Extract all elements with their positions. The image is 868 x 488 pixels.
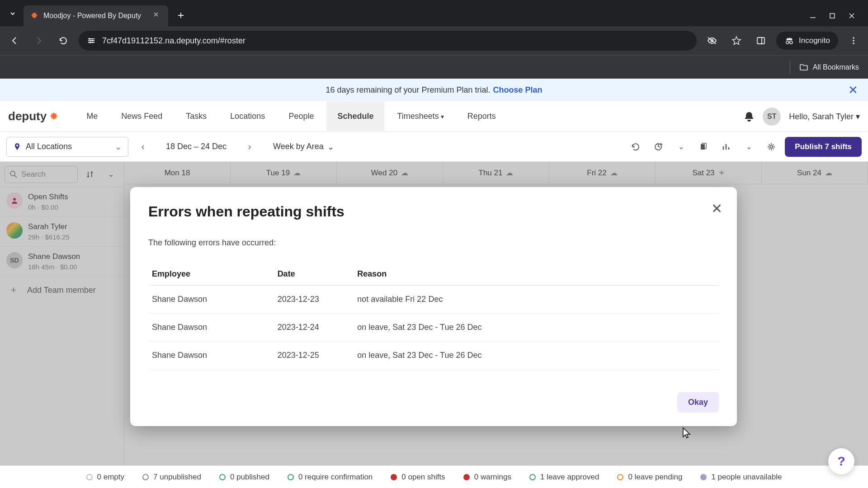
schedule-toolbar: All Locations ⌄ ‹ 18 Dec – 24 Dec › Week…	[0, 132, 868, 162]
prev-week-button[interactable]: ‹	[135, 139, 151, 155]
nav-schedule[interactable]: Schedule	[326, 102, 384, 131]
status-bar: 0 empty7 unpublished0 published0 require…	[0, 465, 868, 488]
svg-point-12	[770, 145, 773, 148]
forward-button[interactable]	[30, 32, 48, 50]
publish-button[interactable]: Publish 7 shifts	[785, 137, 862, 157]
nav-locations[interactable]: Locations	[219, 102, 276, 131]
nav-tasks[interactable]: Tasks	[175, 102, 217, 131]
trial-text: 16 days remaining of your Premium Plan t…	[326, 85, 490, 95]
logo-text: deputy	[8, 109, 47, 123]
app-header: deputy Me News Feed Tasks Locations Peop…	[0, 101, 868, 132]
auto-schedule-icon[interactable]	[649, 138, 667, 156]
maximize-button[interactable]	[829, 13, 835, 19]
copy-icon[interactable]	[694, 138, 712, 156]
svg-rect-2	[757, 38, 764, 44]
browser-tab[interactable]: Moodjoy - Powered By Deputy	[24, 5, 168, 26]
okay-button[interactable]: Okay	[677, 392, 719, 413]
nav-me[interactable]: Me	[75, 102, 108, 131]
modal-title: Errors when repeating shifts	[148, 203, 719, 220]
dropdown-icon[interactable]: ⌄	[740, 138, 758, 156]
svg-rect-0	[830, 14, 835, 18]
notifications-icon[interactable]	[744, 111, 755, 122]
location-label: All Locations	[26, 142, 72, 151]
tab-title: Moodjoy - Powered By Deputy	[43, 12, 148, 20]
incognito-eye-icon[interactable]	[703, 32, 721, 50]
all-bookmarks-button[interactable]: All Bookmarks	[799, 63, 859, 72]
folder-icon	[799, 63, 808, 72]
status-item: 1 people unavailable	[700, 473, 782, 482]
status-item: 0 published	[219, 473, 269, 482]
deputy-logo[interactable]: deputy	[8, 109, 59, 123]
nav-timesheets[interactable]: Timesheets	[386, 102, 454, 131]
refresh-icon[interactable]	[627, 138, 645, 156]
site-settings-icon[interactable]	[87, 36, 96, 45]
chevron-down-icon: ⌄	[115, 142, 122, 152]
reload-button[interactable]	[54, 32, 72, 50]
errors-modal: Errors when repeating shifts ✕ The follo…	[130, 187, 737, 426]
new-tab-button[interactable]	[173, 7, 189, 23]
trial-banner: 16 days remaining of your Premium Plan t…	[0, 79, 868, 101]
view-dropdown[interactable]: Week by Area ⌄	[273, 142, 334, 152]
next-week-button[interactable]: ›	[241, 139, 258, 155]
tab-close-icon[interactable]	[153, 11, 162, 20]
status-item: 1 leave approved	[529, 473, 599, 482]
browser-menu-icon[interactable]	[844, 32, 863, 50]
deputy-favicon-icon	[30, 11, 39, 20]
app-root: 16 days remaining of your Premium Plan t…	[0, 79, 868, 488]
location-dropdown[interactable]: All Locations ⌄	[6, 137, 128, 157]
nav-news-feed[interactable]: News Feed	[110, 102, 173, 131]
side-panel-icon[interactable]	[752, 32, 770, 50]
status-item: 0 leave pending	[617, 473, 682, 482]
tab-search-dropdown[interactable]	[5, 5, 21, 22]
dropdown-icon[interactable]: ⌄	[672, 138, 690, 156]
user-greeting[interactable]: Hello, Sarah Tyler ▾	[789, 112, 860, 122]
bookmarks-bar: All Bookmarks	[0, 55, 868, 79]
table-row: Shane Dawson2023-12-25on leave, Sat 23 D…	[148, 342, 719, 370]
date-range-label[interactable]: 18 Dec – 24 Dec	[160, 142, 232, 151]
logo-star-icon	[48, 111, 59, 122]
nav-people[interactable]: People	[278, 102, 325, 131]
nav-reports[interactable]: Reports	[457, 102, 507, 131]
svg-point-6	[853, 40, 854, 42]
stats-icon[interactable]	[717, 138, 735, 156]
status-item: 0 require confirmation	[288, 473, 373, 482]
status-item: 0 open shifts	[391, 473, 445, 482]
col-reason: Reason	[354, 263, 719, 286]
status-item: 0 warnings	[463, 473, 511, 482]
col-date: Date	[274, 263, 354, 286]
modal-close-icon[interactable]: ✕	[711, 201, 722, 216]
status-item: 0 empty	[86, 473, 124, 482]
table-row: Shane Dawson2023-12-23not available Fri …	[148, 286, 719, 314]
col-employee: Employee	[148, 263, 274, 286]
minimize-button[interactable]	[809, 12, 816, 19]
help-button[interactable]: ?	[828, 448, 854, 474]
svg-point-7	[853, 42, 854, 44]
bookmarks-label: All Bookmarks	[813, 63, 859, 71]
close-window-button[interactable]	[848, 12, 855, 19]
back-button[interactable]	[5, 32, 24, 50]
modal-subtitle: The following errors have occurred:	[148, 238, 719, 248]
incognito-indicator[interactable]: Incognito	[776, 32, 838, 50]
location-pin-icon	[13, 143, 21, 151]
browser-toolbar: 7cf47d19112152.na.deputy.com/#roster Inc…	[0, 26, 868, 55]
url-text: 7cf47d19112152.na.deputy.com/#roster	[102, 36, 245, 46]
settings-icon[interactable]	[762, 138, 780, 156]
address-bar[interactable]: 7cf47d19112152.na.deputy.com/#roster	[79, 31, 697, 51]
svg-point-4	[790, 41, 793, 44]
svg-point-5	[853, 37, 854, 39]
bookmark-star-icon[interactable]	[727, 32, 745, 50]
view-label: Week by Area	[273, 142, 324, 151]
errors-table: Employee Date Reason Shane Dawson2023-12…	[148, 263, 719, 370]
browser-tab-strip: Moodjoy - Powered By Deputy	[0, 0, 868, 26]
incognito-label: Incognito	[799, 36, 830, 45]
choose-plan-link[interactable]: Choose Plan	[493, 85, 542, 95]
banner-close-icon[interactable]: ✕	[848, 83, 858, 97]
svg-point-3	[786, 41, 789, 44]
table-row: Shane Dawson2023-12-24on leave, Sat 23 D…	[148, 314, 719, 342]
status-item: 7 unpublished	[142, 473, 201, 482]
user-avatar[interactable]: ST	[763, 108, 781, 126]
svg-point-8	[16, 145, 18, 146]
incognito-hat-icon	[784, 36, 794, 46]
chevron-down-icon: ⌄	[327, 142, 334, 152]
